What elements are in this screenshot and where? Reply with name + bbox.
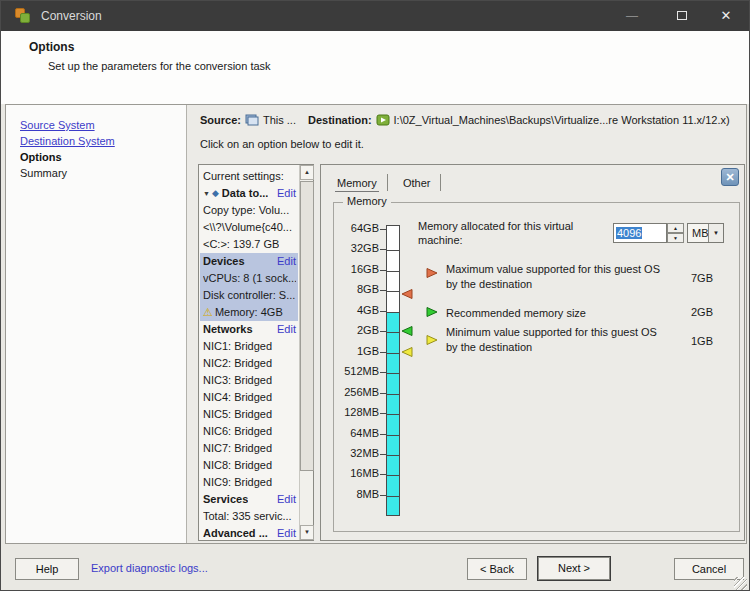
memory-value-input[interactable]: 4096 [613, 223, 667, 243]
settings-row-nic3-bridged[interactable]: NIC3: Bridged [200, 372, 298, 389]
settings-label: Copy type: Volu... [203, 202, 289, 219]
settings-label: <\\?\Volume{c40... [203, 219, 292, 236]
settings-label: NIC8: Bridged [203, 457, 272, 474]
settings-label: Data to... [222, 185, 268, 202]
settings-row-nic6-bridged[interactable]: NIC6: Bridged [200, 423, 298, 440]
settings-row-nic9-bridged[interactable]: NIC9: Bridged [200, 474, 298, 491]
scrollbar-thumb[interactable] [300, 181, 314, 471]
tab-memory[interactable]: Memory [335, 175, 379, 192]
destination-machine-icon [376, 114, 390, 126]
resize-grip[interactable] [734, 577, 747, 590]
settings-row-volume-c40[interactable]: <\\?\Volume{c40... [200, 219, 298, 236]
current-settings-list: Current settings:▼◆Data to...EditCopy ty… [198, 164, 314, 541]
edit-link[interactable]: Edit [273, 525, 296, 539]
close-button[interactable]: ✕ [709, 1, 743, 31]
settings-row-networks[interactable]: NetworksEdit [200, 321, 298, 338]
bar-segment-line [387, 332, 399, 333]
settings-row-nic8-bridged[interactable]: NIC8: Bridged [200, 457, 298, 474]
settings-label: NIC3: Bridged [203, 372, 272, 389]
settings-row-nic7-bridged[interactable]: NIC7: Bridged [200, 440, 298, 457]
settings-label: Networks [203, 321, 253, 338]
memory-unit-dropdown[interactable]: MB ▼ [687, 223, 724, 243]
scale-label-32mb: 32MB [335, 447, 379, 459]
memory-scale-bar [386, 225, 400, 516]
settings-row-nic4-bridged[interactable]: NIC4: Bridged [200, 389, 298, 406]
minimum-legend-text: Minimum value supported for this guest O… [446, 325, 664, 355]
settings-label: Total: 335 servic... [203, 508, 292, 525]
scroll-down-button[interactable]: ▼ [300, 525, 314, 540]
scale-tick [380, 454, 386, 455]
settings-row-memory-4gb[interactable]: ⚠Memory: 4GB [200, 304, 298, 321]
settings-scrollbar[interactable]: ▲ ▼ [299, 165, 313, 540]
bar-segment-line [387, 250, 399, 251]
bar-segment-line [387, 373, 399, 374]
settings-label: Devices [203, 253, 245, 270]
nav-item-options: Options [20, 149, 186, 165]
nav-item-source-system[interactable]: Source System [20, 117, 186, 133]
settings-row-nic2-bridged[interactable]: NIC2: Bridged [200, 355, 298, 372]
conversion-window: Conversion — ✕ Options Set up the parame… [0, 0, 750, 591]
page-title: Options [29, 40, 74, 54]
source-label: Source: [200, 114, 241, 126]
settings-row-data-to[interactable]: ▼◆Data to...Edit [200, 185, 298, 202]
scale-tick [380, 331, 386, 332]
maximize-button[interactable] [665, 1, 699, 31]
settings-row-nic5-bridged[interactable]: NIC5: Bridged [200, 406, 298, 423]
scale-tick [380, 249, 386, 250]
tab-other[interactable]: Other [401, 175, 433, 192]
export-diagnostic-logs-link[interactable]: Export diagnostic logs... [91, 562, 208, 574]
settings-row-total-335-servic[interactable]: Total: 335 servic... [200, 508, 298, 525]
settings-label: Memory: 4GB [215, 304, 283, 321]
scale-label-8gb: 8GB [335, 283, 379, 295]
memory-options-panel: Memory Other ✕ Memory Memory allocated f… [320, 164, 745, 541]
stepper-up-button[interactable]: ▲ [667, 223, 684, 233]
main-area: Source SystemDestination SystemOptionsSu… [5, 104, 747, 544]
settings-row-current-settings[interactable]: Current settings: [200, 168, 298, 185]
edit-link[interactable]: Edit [273, 185, 296, 202]
settings-row-advanced[interactable]: Advanced ...Edit [200, 525, 298, 539]
edit-link[interactable]: Edit [273, 491, 296, 508]
wizard-header: Options Set up the parameters for the co… [1, 31, 749, 104]
settings-label: Current settings: [203, 168, 284, 185]
settings-row-nic1-bridged[interactable]: NIC1: Bridged [200, 338, 298, 355]
scroll-up-button[interactable]: ▲ [300, 165, 314, 180]
recommended-marker-icon [401, 326, 413, 338]
edit-link[interactable]: Edit [273, 253, 296, 270]
settings-row-vcpus-8-1-sock[interactable]: vCPUs: 8 (1 sock... [200, 270, 298, 287]
titlebar: Conversion — ✕ [1, 1, 749, 31]
dropdown-arrow-icon[interactable]: ▼ [708, 224, 723, 242]
settings-label: vCPUs: 8 (1 sock... [203, 270, 296, 287]
settings-row-c-139-7-gb[interactable]: <C:>: 139.7 GB [200, 236, 298, 253]
help-button[interactable]: Help [15, 558, 79, 580]
settings-row-devices[interactable]: DevicesEdit [200, 253, 298, 270]
warning-icon: ⚠ [203, 307, 213, 318]
back-button[interactable]: < Back [467, 558, 527, 580]
settings-row-copy-type-volu[interactable]: Copy type: Volu... [200, 202, 298, 219]
settings-row-services[interactable]: ServicesEdit [200, 491, 298, 508]
panel-close-icon[interactable]: ✕ [721, 168, 739, 186]
tab-separator [440, 174, 441, 191]
next-button[interactable]: Next > [537, 556, 611, 581]
scale-label-16gb: 16GB [335, 263, 379, 275]
scale-label-32gb: 32GB [335, 242, 379, 254]
bar-segment-line [387, 435, 399, 436]
scale-label-128mb: 128MB [335, 406, 379, 418]
instruction-text: Click on an option below to edit it. [200, 138, 364, 150]
memory-value-selected-text: 4096 [616, 227, 642, 239]
bar-segment-line [387, 394, 399, 395]
scale-label-8mb: 8MB [335, 488, 379, 500]
minimize-button[interactable]: — [615, 1, 649, 31]
bar-segment-line [387, 496, 399, 497]
settings-label: Services [203, 491, 248, 508]
settings-label: <C:>: 139.7 GB [203, 236, 279, 253]
settings-row-disk-controller-s[interactable]: Disk controller: S... [200, 287, 298, 304]
expander-icon[interactable]: ▼ [203, 185, 210, 202]
source-value: This ... [263, 114, 296, 126]
edit-link[interactable]: Edit [273, 321, 296, 338]
destination-value: I:\0Z_Virtual_Machines\Backups\Virtualiz… [394, 114, 730, 126]
nav-item-destination-system[interactable]: Destination System [20, 133, 186, 149]
scale-tick [380, 311, 386, 312]
recommended-legend-text: Recommended memory size [446, 306, 664, 321]
stepper-down-button[interactable]: ▼ [667, 233, 684, 243]
memory-unit-value: MB [688, 227, 709, 239]
